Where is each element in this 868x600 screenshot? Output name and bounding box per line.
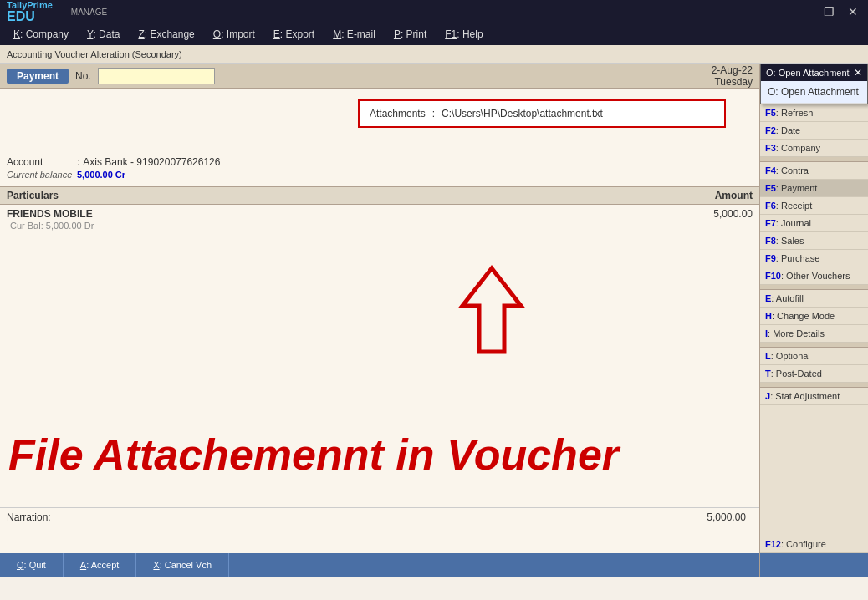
window-header: Accounting Voucher Alteration (Secondary… — [0, 45, 868, 64]
account-section: Account : Axis Bank - 919020077626126 Cu… — [0, 151, 759, 183]
ledger-cur-bal: Cur Bal: 5,000.00 Dr — [7, 221, 94, 231]
attachment-label: Attachments — [370, 108, 426, 119]
ledger-name: FRIENDS MOBILE — [7, 208, 93, 220]
window-controls[interactable]: — ❐ ✕ — [795, 5, 861, 18]
sidebar-item-journal[interactable]: F7: Journal — [760, 215, 868, 232]
account-label: Account — [7, 156, 74, 168]
menu-data[interactable]: Y: Data — [79, 27, 128, 42]
sidebar-item-purchase[interactable]: F9: Purchase — [760, 250, 868, 267]
voucher-date: 2-Aug-22 — [712, 64, 753, 76]
menu-import[interactable]: O: Import — [205, 27, 263, 42]
narration-amount: 5,000.00 — [707, 511, 753, 523]
menu-email[interactable]: M: E-mail — [324, 27, 384, 42]
close-button[interactable]: ✕ — [845, 5, 861, 18]
voucher-number-input[interactable] — [98, 68, 215, 84]
attachment-box: Attachments : C:\Users\HP\Desktop\attach… — [358, 99, 726, 128]
sidebar-item-date[interactable]: F2: Date — [760, 122, 868, 140]
arrow-icon — [458, 264, 525, 358]
balance-label: Current balance — [7, 170, 74, 180]
sidebar-spacer — [760, 405, 868, 536]
right-sidebar: O: Open Attachment ✕ O: Open Attachment … — [759, 64, 868, 577]
menu-bar: K: Company Y: Data Z: Exchange O: Import… — [0, 23, 868, 45]
sidebar-item-stat-adjustment[interactable]: J: Stat Adjustment — [760, 388, 868, 405]
svg-marker-0 — [462, 268, 521, 352]
menu-company[interactable]: K: Company — [5, 27, 77, 42]
sidebar-item-sales[interactable]: F8: Sales — [760, 232, 868, 250]
popup-header: O: Open Attachment ✕ — [761, 64, 867, 81]
window-title: Accounting Voucher Alteration (Secondary… — [7, 49, 182, 59]
narration-label: Narration: — [7, 511, 74, 523]
open-attachment-button[interactable]: O: Open Attachment — [761, 81, 867, 104]
popup-title: O: Open Attachment — [766, 68, 850, 78]
sidebar-item-refresh[interactable]: F5: Refresh — [760, 104, 868, 122]
narration-row: Narration: 5,000.00 — [0, 507, 759, 526]
menu-export[interactable]: E: Export — [265, 27, 323, 42]
popup-close-button[interactable]: ✕ — [854, 67, 862, 79]
open-attachment-popup: O: Open Attachment ✕ O: Open Attachment — [760, 64, 868, 104]
attachment-path: C:\Users\HP\Desktop\attachment.txt — [442, 108, 603, 119]
no-label: No. — [75, 70, 91, 82]
title-bar: TallyPrime EDU MANAGE — ❐ ✕ — [0, 0, 868, 23]
menu-exchange[interactable]: Z: Exchange — [130, 27, 202, 42]
sidebar-item-configure[interactable]: F12: Configure — [760, 536, 868, 553]
app-logo: TallyPrime EDU — [7, 1, 53, 23]
ledger-amount: 5,000.00 — [713, 208, 753, 220]
big-text-label: File Attachemennt in Voucher — [8, 433, 619, 476]
menu-print[interactable]: P: Print — [385, 27, 435, 42]
voucher-day: Tuesday — [712, 76, 753, 88]
voucher-table: Particulars Amount FRIENDS MOBILE 5,000.… — [0, 186, 759, 235]
col-amount-header: Amount — [669, 190, 753, 201]
app-sub: EDU — [7, 10, 53, 23]
app-name: TallyPrime — [7, 1, 53, 10]
account-value: Axis Bank - 919020077626126 — [83, 156, 220, 168]
sidebar-item-more-details[interactable]: I: More Details — [760, 325, 868, 343]
sidebar-item-optional[interactable]: L: Optional — [760, 348, 868, 365]
sidebar-bottom-bar — [760, 553, 868, 577]
balance-value: 5,000.00 Cr — [77, 170, 125, 180]
sidebar-item-autofill[interactable]: E: Autofill — [760, 290, 868, 308]
content-area: Payment No. 2-Aug-22 Tuesday Attachments… — [0, 64, 759, 577]
sidebar-item-contra[interactable]: F4: Contra — [760, 162, 868, 180]
date-display: 2-Aug-22 Tuesday — [712, 64, 753, 88]
cancel-vch-button[interactable]: X: Cancel Vch — [136, 553, 229, 577]
sidebar-item-change-mode[interactable]: H: Change Mode — [760, 308, 868, 325]
sidebar-item-receipt[interactable]: F6: Receipt — [760, 197, 868, 215]
restore-button[interactable]: ❐ — [820, 5, 838, 18]
table-row: FRIENDS MOBILE 5,000.00 Cur Bal: 5,000.0… — [0, 205, 759, 235]
table-header: Particulars Amount — [0, 186, 759, 205]
bottom-bar: Q: Quit A: Accept X: Cancel Vch — [0, 553, 759, 577]
voucher-type-badge: Payment — [7, 69, 69, 84]
col-particulars-header: Particulars — [7, 190, 669, 201]
accept-button[interactable]: A: Accept — [64, 553, 136, 577]
sidebar-item-post-dated[interactable]: T: Post-Dated — [760, 365, 868, 383]
quit-button[interactable]: Q: Quit — [0, 553, 64, 577]
sidebar-item-other-vouchers[interactable]: F10: Other Vouchers — [760, 267, 868, 285]
menu-help[interactable]: F1: Help — [437, 27, 491, 42]
minimize-button[interactable]: — — [795, 5, 814, 18]
sidebar-item-payment[interactable]: F5: Payment — [760, 180, 868, 197]
voucher-top-bar: Payment No. 2-Aug-22 Tuesday — [0, 64, 759, 89]
sidebar-item-company[interactable]: F3: Company — [760, 140, 868, 157]
manage-label: MANAGE — [71, 8, 107, 17]
